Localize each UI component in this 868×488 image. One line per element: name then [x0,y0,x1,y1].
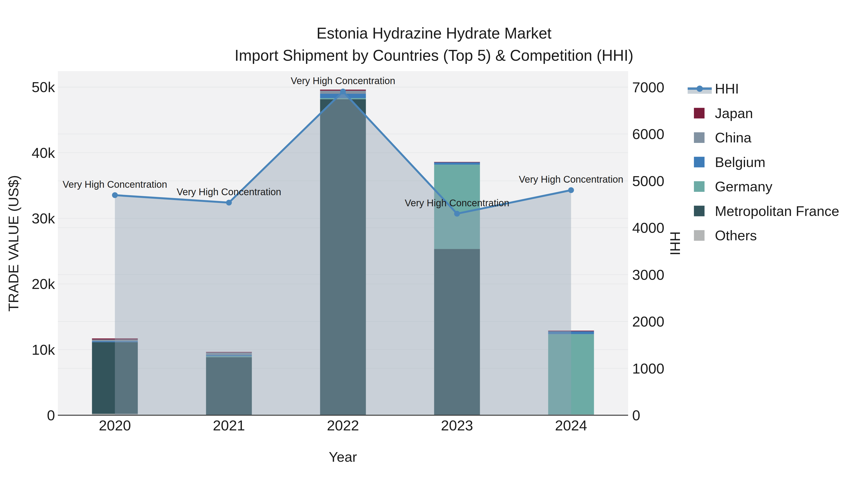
right-axis-title: HHI [667,231,683,255]
annotation-2024: Very High Concentration [519,174,623,185]
legend-item-others[interactable]: Others [694,227,757,243]
tick-label-right-2000: 2000 [632,314,664,330]
x-axis-title: Year [329,449,357,465]
tick-label-right-0: 0 [632,407,640,423]
legend-swatch-others [694,230,705,241]
chart-title-line2: Import Shipment by Countries (Top 5) & C… [0,44,868,66]
legend-swatch-belgium [694,157,705,167]
tick-label-right-1000: 1000 [632,360,664,377]
hhi-marker-2023 [454,211,460,217]
tick-label-right-4000: 4000 [632,220,664,236]
left-axis-title: TRADE VALUE (US$) [5,175,22,312]
legend-label-metropolitan-france: Metropolitan France [715,203,839,219]
legend-item-hhi[interactable]: HHI [688,81,739,96]
bar-segment-2023-japan [434,162,480,162]
tick-label-right-7000: 7000 [632,79,664,95]
annotation-2021: Very High Concentration [177,187,281,197]
chart-canvas: 010k20k30k40k50k010002000300040005000600… [0,0,868,488]
legend-label-japan: Japan [715,105,753,121]
tick-label-x-2022: 2022 [327,417,359,433]
bar-segment-2023-belgium [434,162,480,165]
tick-label-left-40k: 40k [32,145,55,161]
legend-swatch-metropolitan-france [694,206,705,217]
annotation-2022: Very High Concentration [291,75,396,86]
tick-label-left-50k: 50k [32,79,55,95]
tick-label-x-2023: 2023 [441,417,473,433]
hhi-marker-2024 [568,187,574,193]
legend-item-metropolitan-france[interactable]: Metropolitan France [694,203,839,219]
hhi-marker-2022 [340,89,346,94]
tick-label-right-5000: 5000 [632,173,664,189]
tick-label-left-10k: 10k [32,342,55,358]
legend-label-hhi: HHI [715,81,739,96]
legend-item-belgium[interactable]: Belgium [694,154,766,170]
legend-swatch-japan [694,108,705,119]
chart-title: Estonia Hydrazine Hydrate Market Import … [0,22,868,66]
tick-label-left-30k: 30k [32,210,55,227]
tick-label-right-3000: 3000 [632,267,664,283]
legend-swatch-germany [694,181,705,192]
tick-label-left-20k: 20k [32,276,55,292]
tick-label-x-2020: 2020 [99,417,131,433]
legend-label-others: Others [715,227,757,243]
legend-swatch-marker-hhi [696,86,703,92]
legend-item-china[interactable]: China [694,130,751,145]
chart-title-line1: Estonia Hydrazine Hydrate Market [0,22,868,44]
legend-label-belgium: Belgium [715,154,766,170]
legend-item-japan[interactable]: Japan [694,105,753,121]
legend-label-germany: Germany [715,178,773,194]
legend-label-china: China [715,130,751,145]
tick-label-x-2024: 2024 [555,417,587,433]
annotation-2020: Very High Concentration [63,179,167,190]
tick-label-right-6000: 6000 [632,126,664,142]
hhi-marker-2020 [112,192,118,198]
legend-item-germany[interactable]: Germany [694,178,773,194]
hhi-marker-2021 [226,200,232,205]
tick-label-left-0: 0 [47,407,55,423]
tick-label-x-2021: 2021 [213,417,245,433]
annotation-2023: Very High Concentration [405,198,509,208]
legend-swatch-china [694,132,705,143]
